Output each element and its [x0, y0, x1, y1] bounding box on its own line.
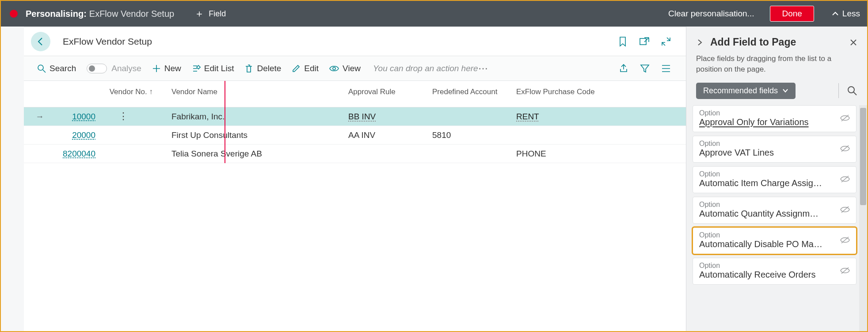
- panel-help-text: Place fields by dragging from the list t…: [686, 53, 867, 83]
- bookmark-button[interactable]: [618, 36, 628, 47]
- plus-icon: ＋: [194, 7, 204, 20]
- field-type-label: Option: [699, 231, 836, 239]
- new-label: New: [164, 64, 181, 73]
- scrollbar-track[interactable]: [859, 105, 867, 331]
- col-exflow-purchase-code[interactable]: ExFlow Purchase Code: [516, 88, 605, 101]
- main-content: ExFlow Vendor Setup Search Analyse: [24, 27, 686, 331]
- search-button[interactable]: Search: [37, 64, 76, 73]
- edit-list-icon: [192, 64, 201, 73]
- edit-list-button[interactable]: Edit List: [192, 64, 234, 73]
- vendor-no-link[interactable]: 20000: [72, 130, 95, 140]
- less-label: Less: [842, 9, 860, 19]
- field-item[interactable]: OptionAutomatic Item Charge Assig…: [693, 166, 857, 193]
- table-row[interactable]: 8200040Telia Sonera Sverige ABPHONE: [24, 145, 686, 163]
- cell-approval-rule: BB INV: [348, 112, 432, 122]
- trash-icon: [244, 64, 253, 73]
- clear-personalisation-link[interactable]: Clear personalisation...: [668, 9, 754, 19]
- chevron-right-icon: [696, 39, 703, 46]
- toggle-icon: [87, 64, 107, 73]
- share-button[interactable]: [619, 64, 628, 73]
- cell-vendor-name: First Up Consultants: [171, 130, 348, 140]
- share-icon: [619, 64, 628, 73]
- filter-button[interactable]: [640, 64, 650, 73]
- add-field-button[interactable]: ＋ Field: [194, 7, 226, 20]
- cell-predefined-account: 5810: [432, 130, 516, 140]
- page-header: ExFlow Vendor Setup: [24, 27, 686, 56]
- table-header: Vendor No. ↑ Vendor Name Approval Rule P…: [24, 81, 686, 107]
- action-dropzone[interactable]: You can drop an action here: [373, 64, 478, 73]
- less-toggle[interactable]: Less: [832, 9, 860, 19]
- field-type-label: Option: [699, 109, 836, 117]
- field-search-button[interactable]: [847, 85, 857, 96]
- field-item[interactable]: OptionAutomatically Disable PO Ma…: [693, 227, 857, 254]
- panel-collapse-button[interactable]: [696, 39, 703, 46]
- field-filter-dropdown[interactable]: Recommended fields: [696, 83, 796, 99]
- done-button[interactable]: Done: [770, 6, 814, 22]
- field-name-label: Automatic Quantity Assignm…: [699, 209, 836, 219]
- back-button[interactable]: [31, 32, 50, 51]
- hidden-field-icon: [840, 236, 850, 244]
- page-title: ExFlow Vendor Setup: [63, 36, 152, 47]
- panel-title: Add Field to Page: [710, 36, 849, 48]
- table-row[interactable]: →10000⋮Fabrikam, Inc.BB INVRENT: [24, 107, 686, 126]
- col-approval-rule[interactable]: Approval Rule: [348, 88, 432, 101]
- field-item[interactable]: OptionAutomatically Receive Orders: [693, 258, 857, 285]
- cell-vendor-name: Fabrikam, Inc.: [171, 112, 348, 122]
- field-name-label: Automatically Receive Orders: [699, 270, 836, 280]
- delete-button[interactable]: Delete: [244, 64, 281, 73]
- edit-button[interactable]: Edit: [292, 64, 319, 73]
- new-button[interactable]: New: [152, 64, 181, 73]
- col-predefined-account[interactable]: Predefined Account: [432, 88, 516, 101]
- hidden-field-icon: [840, 175, 850, 183]
- row-menu-button[interactable]: [116, 129, 118, 140]
- col-vendor-name[interactable]: Vendor Name: [171, 88, 348, 101]
- filter-icon: [640, 64, 650, 73]
- add-field-panel: Add Field to Page Place fields by draggi…: [686, 27, 867, 331]
- row-menu-button[interactable]: ⋮: [116, 111, 128, 122]
- collapse-icon: [661, 37, 671, 46]
- chevron-down-icon: [782, 88, 788, 94]
- svg-point-2: [333, 67, 335, 70]
- action-bar: Search Analyse New Edit List Delete Edit: [24, 56, 686, 81]
- vendor-no-link[interactable]: 10000: [72, 112, 95, 122]
- delete-label: Delete: [257, 64, 281, 73]
- field-type-label: Option: [699, 262, 836, 270]
- bookmark-icon: [618, 36, 628, 47]
- open-external-icon: [639, 37, 650, 46]
- open-new-window-button[interactable]: [639, 37, 650, 46]
- pencil-icon: [292, 64, 301, 73]
- analyse-toggle[interactable]: Analyse: [87, 64, 141, 73]
- table-row[interactable]: 20000First Up ConsultantsAA INV5810: [24, 126, 686, 145]
- field-list: OptionApproval Only for VariationsOption…: [686, 105, 867, 331]
- cell-exflow-purchase-code: PHONE: [516, 149, 605, 159]
- col-vendor-no[interactable]: Vendor No. ↑: [34, 88, 171, 101]
- collapse-button[interactable]: [661, 37, 671, 46]
- search-icon: [37, 64, 46, 73]
- row-menu-button[interactable]: [116, 148, 118, 159]
- field-item[interactable]: OptionApproval Only for Variations: [693, 105, 857, 132]
- field-item[interactable]: OptionAutomatic Quantity Assignm…: [693, 197, 857, 224]
- left-gutter: [1, 27, 24, 331]
- list-layout-button[interactable]: [661, 64, 671, 73]
- panel-close-button[interactable]: [849, 38, 857, 46]
- view-button[interactable]: View: [329, 64, 361, 73]
- svg-point-1: [38, 65, 43, 70]
- recording-indicator-icon: [10, 10, 18, 18]
- field-item[interactable]: OptionApprove VAT Lines: [693, 136, 857, 163]
- personalisation-bar: Personalising: ExFlow Vendor Setup ＋ Fie…: [1, 1, 867, 27]
- personalising-page-name: ExFlow Vendor Setup: [89, 9, 174, 19]
- more-actions-button[interactable]: ⋯: [478, 63, 489, 74]
- vendor-no-link[interactable]: 8200040: [63, 149, 95, 159]
- edit-list-label: Edit List: [204, 64, 234, 73]
- cell-exflow-purchase-code: RENT: [516, 112, 605, 122]
- scrollbar-thumb[interactable]: [860, 108, 866, 205]
- view-label: View: [343, 64, 361, 73]
- field-name-label: Approve VAT Lines: [699, 148, 836, 158]
- divider: [838, 83, 839, 98]
- chevron-up-icon: [832, 10, 839, 17]
- eye-icon: [329, 64, 339, 73]
- row-indicator-icon: →: [34, 112, 45, 122]
- cell-approval-rule: AA INV: [348, 130, 432, 140]
- close-icon: [849, 38, 857, 46]
- search-icon: [847, 85, 857, 96]
